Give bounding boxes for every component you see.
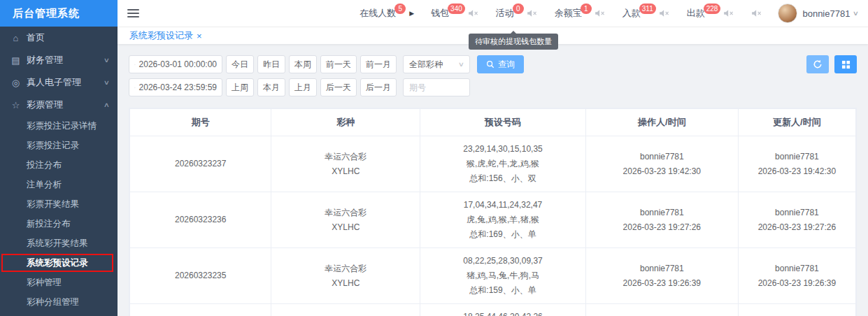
quick-btn-this-week[interactable]: 本周 (289, 55, 317, 73)
avatar (778, 3, 797, 23)
end-date-input[interactable]: 2026-03-24 23:59:59 (129, 78, 222, 96)
stat-badge: 340 (448, 3, 465, 14)
cell-lottery: 幸运六合彩XYLHC (271, 304, 420, 316)
sidebar-subitem-system-preset-records[interactable]: 系统彩预设记录 (0, 253, 118, 273)
mute-icon[interactable] (751, 9, 762, 17)
lottery-submenu: 彩票投注记录详情 彩票投注记录 投注分布 注单分析 彩票开奖结果 新投注分布 系… (0, 116, 118, 316)
cell-updater: bonnie77812026-03-23 19:42:30 (738, 136, 855, 192)
grid-icon (841, 60, 851, 69)
quick-btn-prev-month[interactable]: 前一月 (360, 55, 397, 73)
sidebar-item-label: 首页 (27, 31, 45, 44)
mute-icon[interactable] (527, 9, 538, 17)
sidebar-subitem-system-draw-results[interactable]: 系统彩开奖结果 (0, 234, 118, 253)
chevron-down-icon: ∨ (853, 10, 859, 17)
app-title: 后台管理系统 (0, 0, 118, 27)
home-icon: ⌂ (10, 33, 22, 43)
content: 2026-03-01 00:00:00 今日 昨日 本周 前一天 前一月 全部彩… (118, 44, 868, 316)
stat-wallet[interactable]: 钱包 340 (431, 7, 479, 20)
sidebar-subitem-lottery-group-management[interactable]: 彩种分组管理 (0, 292, 118, 312)
stat-online-count[interactable]: 在线人数 5 ▶ (360, 7, 414, 20)
stat-badge: 228 (704, 3, 721, 14)
cell-lottery: 幸运六合彩XYLHC (271, 136, 420, 192)
main-area: 在线人数 5 ▶ 钱包 340 活动 0 余额宝 1 (118, 0, 868, 316)
sidebar-item-finance[interactable]: ▤ 财务管理 ∨ (0, 49, 118, 71)
sidebar-subitem-draw-results[interactable]: 彩票开奖结果 (0, 194, 118, 214)
mute-icon[interactable] (659, 9, 670, 17)
table-row: 20260323236 幸运六合彩XYLHC 17,04,34,11,24,32… (130, 192, 856, 248)
stat-label: 出款 (687, 7, 705, 20)
end-date-value: 2026-03-24 23:59:59 (139, 82, 217, 92)
quick-btn-yesterday[interactable]: 昨日 (257, 55, 285, 73)
sidebar-subitem-lottery-category-management[interactable]: 彩种类型管理 (0, 312, 118, 316)
cell-preset-numbers: 17,04,34,11,24,32,47虎,兔,鸡,猴,羊,猪,猴总和:169、… (420, 192, 586, 248)
sidebar-subitem-bet-record-detail[interactable]: 彩票投注记录详情 (0, 116, 118, 136)
stat-deposits[interactable]: 入款 311 (622, 7, 670, 20)
sidebar-subitem-lottery-type-management[interactable]: 彩种管理 (0, 273, 118, 292)
start-date-value: 2026-03-01 00:00:00 (139, 59, 217, 69)
stat-yuebao[interactable]: 余额宝 1 (555, 7, 606, 20)
refresh-button[interactable] (806, 55, 829, 73)
lottery-select-value: 全部彩种 (409, 59, 443, 71)
quick-btn-next-month[interactable]: 后一月 (360, 78, 397, 96)
tab-label: 系统彩预设记录 (129, 29, 193, 42)
cell-issue: 20260323235 (130, 248, 271, 304)
sidebar-subitem-new-bet-distribution[interactable]: 新投注分布 (0, 214, 118, 234)
search-button-label: 查询 (498, 59, 515, 71)
mute-icon[interactable] (595, 9, 606, 17)
start-date-input[interactable]: 2026-03-01 00:00:00 (129, 55, 222, 73)
column-header-updater: 更新人/时间 (738, 109, 855, 136)
sidebar-subitem-bet-record[interactable]: 彩票投注记录 (0, 136, 118, 155)
live-games-icon: ◎ (10, 78, 22, 88)
finance-icon: ▤ (10, 55, 22, 66)
cell-updater: bonnie77812026-03-23 19:26:39 (738, 248, 855, 304)
sidebar-item-lottery-management[interactable]: ☆ 彩票管理 ∧ (0, 94, 118, 116)
close-icon[interactable]: × (197, 31, 202, 41)
topbar-stats: 在线人数 5 ▶ 钱包 340 活动 0 余额宝 1 (343, 3, 858, 23)
issue-number-input[interactable] (403, 78, 470, 96)
quick-btn-prev-day[interactable]: 前一天 (320, 55, 357, 73)
stat-badge: 311 (639, 3, 656, 14)
quick-btn-last-week[interactable]: 上周 (226, 78, 254, 96)
sidebar-item-live-electronic[interactable]: ◎ 真人电子管理 ∨ (0, 71, 118, 94)
quick-btn-next-day[interactable]: 后一天 (320, 78, 357, 96)
cell-lottery: 幸运六合彩XYLHC (271, 248, 420, 304)
preset-records-table: 期号 彩种 预设号码 操作人/时间 更新人/时间 20260323237 幸运六… (129, 108, 857, 316)
cell-lottery: 幸运六合彩XYLHC (271, 192, 420, 248)
cell-updater: bonnie77812026-03-23 19:27:26 (738, 192, 855, 248)
stat-withdrawals[interactable]: 出款 228 (687, 7, 735, 20)
mute-icon[interactable] (723, 9, 734, 17)
stat-label: 在线人数 (360, 7, 396, 20)
stat-activity[interactable]: 活动 0 (496, 7, 538, 20)
tooltip-text: 待审核的提现钱包数量 (475, 37, 552, 45)
cell-issue: 20260323237 (130, 136, 271, 192)
sidebar-item-home[interactable]: ⌂ 首页 (0, 27, 118, 49)
cell-preset-numbers: 23,29,14,30,15,10,35猴,虎,蛇,牛,龙,鸡,猴总和:156、… (420, 136, 586, 192)
chevron-up-icon: ∧ (104, 101, 110, 108)
table-row: 20260323234 幸运六合彩XYLHC 18,25,44,46,20,42… (130, 304, 856, 316)
sidebar-item-label: 彩票管理 (27, 99, 63, 111)
column-header-preset-numbers: 预设号码 (420, 109, 586, 136)
column-header-issue: 期号 (130, 109, 271, 136)
quick-btn-last-month[interactable]: 上月 (289, 78, 317, 96)
star-icon: ☆ (10, 100, 22, 110)
clock-icon (134, 60, 136, 69)
app-window: 后台管理系统 ⌂ 首页 ▤ 财务管理 ∨ ◎ 真人电子管理 ∨ ☆ 彩票管理 ∧ (0, 0, 868, 316)
lottery-select[interactable]: 全部彩种 ∨ (403, 55, 470, 73)
cell-preset-numbers: 18,25,44,46,20,42,26牛,马,猪,鸡,猪,牛,蛇总和:221、… (420, 304, 586, 316)
user-menu[interactable]: bonnie7781 ∨ (778, 3, 858, 23)
sidebar-subitem-bet-analysis[interactable]: 注单分析 (0, 175, 118, 194)
hamburger-menu-icon[interactable] (127, 9, 139, 17)
play-icon[interactable]: ▶ (409, 10, 414, 17)
search-button[interactable]: 查询 (477, 55, 524, 73)
stat-label: 入款 (622, 7, 641, 20)
mute-icon[interactable] (468, 9, 479, 17)
cell-operator: bonnie77812026-03-23 19:42:30 (585, 136, 738, 192)
sidebar-item-label: 真人电子管理 (27, 76, 81, 89)
stat-badge: 5 (394, 3, 406, 14)
sidebar-subitem-bet-distribution[interactable]: 投注分布 (0, 155, 118, 175)
columns-button[interactable] (834, 55, 857, 73)
tab-system-preset-records[interactable]: 系统彩预设记录 × (129, 29, 202, 42)
quick-btn-this-month[interactable]: 本月 (257, 78, 285, 96)
quick-btn-today[interactable]: 今日 (226, 55, 254, 73)
sidebar-item-label: 财务管理 (27, 54, 63, 66)
